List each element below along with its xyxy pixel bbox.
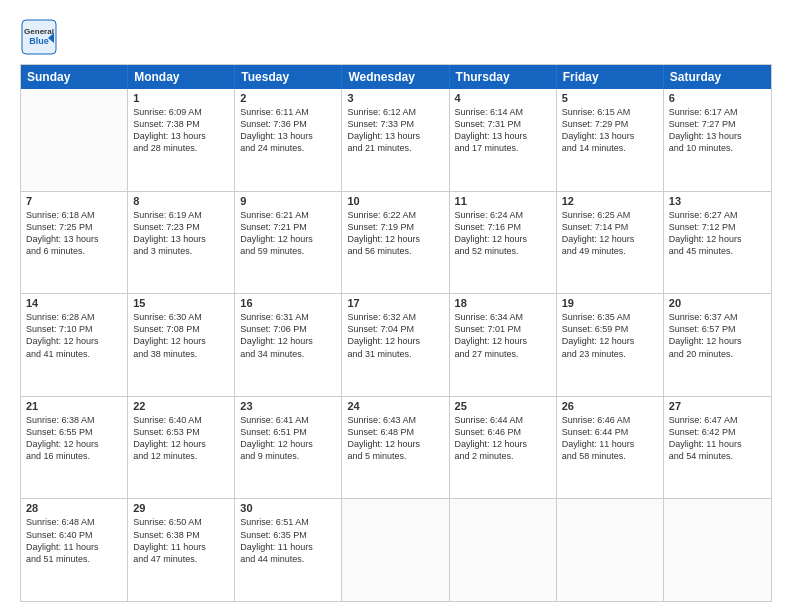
cell-line: Daylight: 12 hours: [240, 438, 336, 450]
cell-line: Sunset: 7:27 PM: [669, 118, 766, 130]
day-cell-21: 21Sunrise: 6:38 AMSunset: 6:55 PMDayligh…: [21, 397, 128, 499]
day-number: 22: [133, 400, 229, 412]
cell-line: Sunrise: 6:43 AM: [347, 414, 443, 426]
day-cell-16: 16Sunrise: 6:31 AMSunset: 7:06 PMDayligh…: [235, 294, 342, 396]
cell-line: Daylight: 12 hours: [347, 438, 443, 450]
cell-line: Sunrise: 6:41 AM: [240, 414, 336, 426]
day-number: 24: [347, 400, 443, 412]
cell-line: Daylight: 12 hours: [26, 335, 122, 347]
calendar: SundayMondayTuesdayWednesdayThursdayFrid…: [20, 64, 772, 602]
day-number: 3: [347, 92, 443, 104]
empty-cell-4-5: [557, 499, 664, 601]
day-cell-11: 11Sunrise: 6:24 AMSunset: 7:16 PMDayligh…: [450, 192, 557, 294]
cell-line: Sunset: 7:08 PM: [133, 323, 229, 335]
cell-line: and 44 minutes.: [240, 553, 336, 565]
cell-line: Sunset: 7:06 PM: [240, 323, 336, 335]
day-cell-23: 23Sunrise: 6:41 AMSunset: 6:51 PMDayligh…: [235, 397, 342, 499]
day-cell-29: 29Sunrise: 6:50 AMSunset: 6:38 PMDayligh…: [128, 499, 235, 601]
cell-line: Sunset: 7:25 PM: [26, 221, 122, 233]
cell-line: Sunset: 6:40 PM: [26, 529, 122, 541]
day-cell-10: 10Sunrise: 6:22 AMSunset: 7:19 PMDayligh…: [342, 192, 449, 294]
cell-line: Daylight: 12 hours: [240, 335, 336, 347]
week-row-5: 28Sunrise: 6:48 AMSunset: 6:40 PMDayligh…: [21, 498, 771, 601]
cell-line: Sunset: 6:51 PM: [240, 426, 336, 438]
cell-line: Daylight: 12 hours: [562, 335, 658, 347]
cell-line: and 52 minutes.: [455, 245, 551, 257]
day-number: 17: [347, 297, 443, 309]
cell-line: Daylight: 12 hours: [669, 233, 766, 245]
calendar-body: 1Sunrise: 6:09 AMSunset: 7:38 PMDaylight…: [21, 89, 771, 601]
cell-line: Daylight: 12 hours: [455, 335, 551, 347]
logo: General Blue: [20, 18, 58, 56]
cell-line: Sunset: 6:35 PM: [240, 529, 336, 541]
day-header-saturday: Saturday: [664, 65, 771, 89]
day-number: 1: [133, 92, 229, 104]
cell-line: Daylight: 12 hours: [26, 438, 122, 450]
cell-line: Daylight: 13 hours: [562, 130, 658, 142]
cell-line: Sunrise: 6:25 AM: [562, 209, 658, 221]
cell-line: and 2 minutes.: [455, 450, 551, 462]
cell-line: and 27 minutes.: [455, 348, 551, 360]
cell-line: and 23 minutes.: [562, 348, 658, 360]
cell-line: Sunrise: 6:35 AM: [562, 311, 658, 323]
cell-line: Sunset: 7:36 PM: [240, 118, 336, 130]
cell-line: Daylight: 12 hours: [455, 438, 551, 450]
page: General Blue SundayMondayTuesdayWednesda…: [0, 0, 792, 612]
day-cell-4: 4Sunrise: 6:14 AMSunset: 7:31 PMDaylight…: [450, 89, 557, 191]
cell-line: Sunrise: 6:31 AM: [240, 311, 336, 323]
svg-text:Blue: Blue: [29, 36, 49, 46]
cell-line: Daylight: 12 hours: [455, 233, 551, 245]
cell-line: Sunset: 6:48 PM: [347, 426, 443, 438]
day-cell-24: 24Sunrise: 6:43 AMSunset: 6:48 PMDayligh…: [342, 397, 449, 499]
week-row-1: 1Sunrise: 6:09 AMSunset: 7:38 PMDaylight…: [21, 89, 771, 191]
cell-line: and 9 minutes.: [240, 450, 336, 462]
cell-line: Daylight: 12 hours: [347, 233, 443, 245]
cell-line: Daylight: 12 hours: [133, 335, 229, 347]
cell-line: Sunrise: 6:46 AM: [562, 414, 658, 426]
day-cell-25: 25Sunrise: 6:44 AMSunset: 6:46 PMDayligh…: [450, 397, 557, 499]
cell-line: Sunrise: 6:17 AM: [669, 106, 766, 118]
calendar-header: SundayMondayTuesdayWednesdayThursdayFrid…: [21, 65, 771, 89]
empty-cell-0-0: [21, 89, 128, 191]
cell-line: Sunrise: 6:18 AM: [26, 209, 122, 221]
day-number: 13: [669, 195, 766, 207]
day-cell-5: 5Sunrise: 6:15 AMSunset: 7:29 PMDaylight…: [557, 89, 664, 191]
cell-line: Sunset: 7:10 PM: [26, 323, 122, 335]
cell-line: Daylight: 12 hours: [669, 335, 766, 347]
cell-line: Daylight: 12 hours: [133, 438, 229, 450]
cell-line: Daylight: 11 hours: [133, 541, 229, 553]
day-number: 20: [669, 297, 766, 309]
cell-line: Sunrise: 6:37 AM: [669, 311, 766, 323]
day-cell-20: 20Sunrise: 6:37 AMSunset: 6:57 PMDayligh…: [664, 294, 771, 396]
cell-line: and 21 minutes.: [347, 142, 443, 154]
cell-line: Sunset: 6:55 PM: [26, 426, 122, 438]
day-header-thursday: Thursday: [450, 65, 557, 89]
day-cell-14: 14Sunrise: 6:28 AMSunset: 7:10 PMDayligh…: [21, 294, 128, 396]
cell-line: and 49 minutes.: [562, 245, 658, 257]
day-cell-6: 6Sunrise: 6:17 AMSunset: 7:27 PMDaylight…: [664, 89, 771, 191]
cell-line: Daylight: 12 hours: [347, 335, 443, 347]
cell-line: Sunset: 6:57 PM: [669, 323, 766, 335]
cell-line: Sunrise: 6:11 AM: [240, 106, 336, 118]
day-cell-12: 12Sunrise: 6:25 AMSunset: 7:14 PMDayligh…: [557, 192, 664, 294]
cell-line: and 54 minutes.: [669, 450, 766, 462]
cell-line: and 28 minutes.: [133, 142, 229, 154]
cell-line: Sunset: 6:59 PM: [562, 323, 658, 335]
cell-line: Sunrise: 6:48 AM: [26, 516, 122, 528]
day-number: 19: [562, 297, 658, 309]
cell-line: and 17 minutes.: [455, 142, 551, 154]
cell-line: and 12 minutes.: [133, 450, 229, 462]
logo-icon: General Blue: [20, 18, 58, 56]
cell-line: and 10 minutes.: [669, 142, 766, 154]
day-cell-22: 22Sunrise: 6:40 AMSunset: 6:53 PMDayligh…: [128, 397, 235, 499]
cell-line: and 5 minutes.: [347, 450, 443, 462]
day-cell-13: 13Sunrise: 6:27 AMSunset: 7:12 PMDayligh…: [664, 192, 771, 294]
day-number: 7: [26, 195, 122, 207]
cell-line: Sunrise: 6:09 AM: [133, 106, 229, 118]
cell-line: and 3 minutes.: [133, 245, 229, 257]
cell-line: and 51 minutes.: [26, 553, 122, 565]
cell-line: and 47 minutes.: [133, 553, 229, 565]
day-cell-2: 2Sunrise: 6:11 AMSunset: 7:36 PMDaylight…: [235, 89, 342, 191]
day-number: 21: [26, 400, 122, 412]
cell-line: Sunrise: 6:22 AM: [347, 209, 443, 221]
